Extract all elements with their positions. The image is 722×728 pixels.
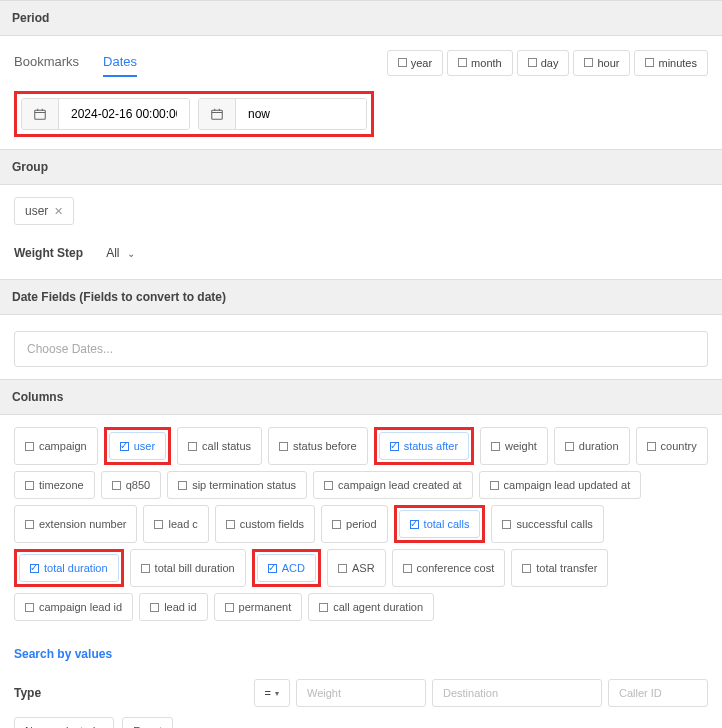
section-datefields-body: Choose Dates... bbox=[0, 315, 722, 379]
type-select[interactable]: None selected▾ bbox=[14, 717, 114, 728]
preset-month[interactable]: month bbox=[447, 50, 513, 76]
checkbox-icon bbox=[178, 481, 187, 490]
tab-dates[interactable]: Dates bbox=[103, 48, 137, 77]
section-period-header: Period bbox=[0, 0, 722, 36]
column-label: country bbox=[661, 440, 697, 452]
checkbox-icon bbox=[25, 442, 34, 451]
column-ASR[interactable]: ASR bbox=[327, 549, 386, 587]
checkbox-icon bbox=[490, 481, 499, 490]
section-columns-header: Columns bbox=[0, 379, 722, 415]
column-label: period bbox=[346, 518, 377, 530]
tab-bookmarks[interactable]: Bookmarks bbox=[14, 48, 79, 77]
column-label: total calls bbox=[424, 518, 470, 530]
column-label: timezone bbox=[39, 479, 84, 491]
type-controls-row: None selected▾ Reset bbox=[0, 717, 722, 728]
weight-input[interactable] bbox=[296, 679, 426, 707]
section-columns-body: campaignusercall statusstatus beforestat… bbox=[0, 415, 722, 633]
column-highlight: user bbox=[104, 427, 171, 465]
checkbox-icon bbox=[491, 442, 500, 451]
preset-year[interactable]: year bbox=[387, 50, 443, 76]
calendar-icon bbox=[22, 99, 59, 129]
column-campaign-lead-updated-at[interactable]: campaign lead updated at bbox=[479, 471, 642, 499]
group-chip-user[interactable]: user ✕ bbox=[14, 197, 74, 225]
section-group-header: Group bbox=[0, 149, 722, 185]
column-user[interactable]: user bbox=[109, 432, 166, 460]
column-conference-cost[interactable]: conference cost bbox=[392, 549, 506, 587]
column-country[interactable]: country bbox=[636, 427, 708, 465]
section-period-body: Bookmarks Dates year month day hour minu… bbox=[0, 36, 722, 149]
checkbox-icon bbox=[324, 481, 333, 490]
column-status-after[interactable]: status after bbox=[379, 432, 469, 460]
column-call-agent-duration[interactable]: call agent duration bbox=[308, 593, 434, 621]
date-to-input[interactable] bbox=[236, 99, 366, 129]
column-campaign[interactable]: campaign bbox=[14, 427, 98, 465]
date-from-group[interactable] bbox=[21, 98, 190, 130]
column-extension-number[interactable]: extension number bbox=[14, 505, 137, 543]
column-label: user bbox=[134, 440, 155, 452]
column-q850[interactable]: q850 bbox=[101, 471, 161, 499]
checkbox-icon bbox=[522, 564, 531, 573]
column-lead-id[interactable]: lead id bbox=[139, 593, 207, 621]
weight-step-dropdown[interactable]: All ⌄ bbox=[95, 239, 146, 267]
svg-rect-4 bbox=[212, 110, 223, 119]
column-successful-calls[interactable]: successful calls bbox=[491, 505, 603, 543]
column-total-transfer[interactable]: total transfer bbox=[511, 549, 608, 587]
eq-operator-button[interactable]: =▾ bbox=[254, 679, 290, 707]
checkbox-icon bbox=[154, 520, 163, 529]
column-label: extension number bbox=[39, 518, 126, 530]
checkbox-icon bbox=[390, 442, 399, 451]
column-label: weight bbox=[505, 440, 537, 452]
column-lead-c[interactable]: lead c bbox=[143, 505, 208, 543]
type-reset-button[interactable]: Reset bbox=[122, 717, 173, 728]
choose-dates-input[interactable]: Choose Dates... bbox=[14, 331, 708, 367]
column-ACD[interactable]: ACD bbox=[257, 554, 316, 582]
remove-icon[interactable]: ✕ bbox=[54, 205, 63, 218]
column-duration[interactable]: duration bbox=[554, 427, 630, 465]
column-campaign-lead-created-at[interactable]: campaign lead created at bbox=[313, 471, 473, 499]
preset-hour[interactable]: hour bbox=[573, 50, 630, 76]
column-timezone[interactable]: timezone bbox=[14, 471, 95, 499]
column-campaign-lead-id[interactable]: campaign lead id bbox=[14, 593, 133, 621]
checkbox-icon bbox=[225, 603, 234, 612]
destination-input[interactable] bbox=[432, 679, 602, 707]
column-label: campaign lead updated at bbox=[504, 479, 631, 491]
column-status-before[interactable]: status before bbox=[268, 427, 368, 465]
date-from-input[interactable] bbox=[59, 99, 189, 129]
checkbox-icon bbox=[25, 520, 34, 529]
date-to-group[interactable] bbox=[198, 98, 367, 130]
columns-list: campaignusercall statusstatus beforestat… bbox=[14, 427, 708, 621]
search-values-header[interactable]: Search by values bbox=[0, 633, 722, 675]
chevron-down-icon: ⌄ bbox=[127, 248, 135, 259]
column-period[interactable]: period bbox=[321, 505, 388, 543]
column-highlight: total calls bbox=[394, 505, 486, 543]
weight-step-label: Weight Step bbox=[14, 246, 83, 260]
period-tabs: Bookmarks Dates bbox=[14, 48, 137, 77]
checkbox-icon bbox=[528, 58, 537, 67]
preset-minutes[interactable]: minutes bbox=[634, 50, 708, 76]
date-range-highlight bbox=[14, 91, 374, 137]
checkbox-icon bbox=[647, 442, 656, 451]
column-label: custom fields bbox=[240, 518, 304, 530]
section-datefields-header: Date Fields (Fields to convert to date) bbox=[0, 279, 722, 315]
column-permanent[interactable]: permanent bbox=[214, 593, 303, 621]
checkbox-icon bbox=[150, 603, 159, 612]
callerid-input[interactable] bbox=[608, 679, 708, 707]
column-total-duration[interactable]: total duration bbox=[19, 554, 119, 582]
column-label: status after bbox=[404, 440, 458, 452]
column-label: permanent bbox=[239, 601, 292, 613]
checkbox-icon bbox=[120, 442, 129, 451]
column-total-calls[interactable]: total calls bbox=[399, 510, 481, 538]
column-custom-fields[interactable]: custom fields bbox=[215, 505, 315, 543]
column-sip-termination-status[interactable]: sip termination status bbox=[167, 471, 307, 499]
checkbox-icon bbox=[279, 442, 288, 451]
column-weight[interactable]: weight bbox=[480, 427, 548, 465]
checkbox-icon bbox=[141, 564, 150, 573]
checkbox-icon bbox=[338, 564, 347, 573]
column-call-status[interactable]: call status bbox=[177, 427, 262, 465]
section-group-body: user ✕ Weight Step All ⌄ bbox=[0, 185, 722, 279]
column-label: total transfer bbox=[536, 562, 597, 574]
column-total-bill-duration[interactable]: total bill duration bbox=[130, 549, 246, 587]
preset-day[interactable]: day bbox=[517, 50, 570, 76]
checkbox-icon bbox=[25, 603, 34, 612]
checkbox-icon bbox=[319, 603, 328, 612]
